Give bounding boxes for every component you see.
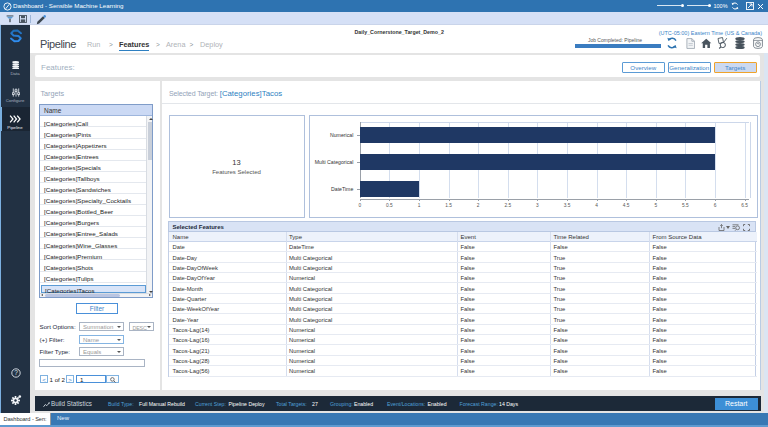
svg-text:?: ?: [14, 369, 18, 376]
